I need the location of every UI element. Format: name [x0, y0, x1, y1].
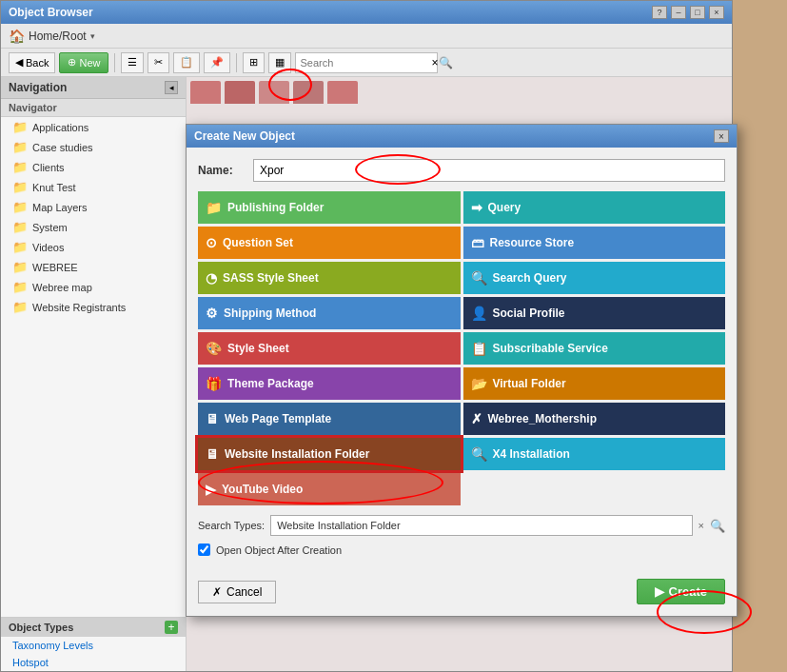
sidebar-item-hotspot[interactable]: Hotspot [1, 654, 186, 671]
obj-type-question-set[interactable]: ⊙ Question Set [198, 227, 461, 259]
search-types-input[interactable] [270, 515, 692, 536]
folder-icon: 📁 [12, 260, 28, 274]
sidebar-item-clients[interactable]: 📁 Clients [1, 157, 186, 177]
search-bar[interactable]: × 🔍 [295, 52, 438, 73]
obj-type-theme-package[interactable]: 🎁 Theme Package [198, 367, 461, 400]
content-tab-5[interactable] [327, 81, 358, 104]
new-label: New [79, 57, 100, 69]
obj-type-sass-stylesheet[interactable]: ◔ SASS Style Sheet [198, 262, 461, 294]
name-input[interactable] [253, 159, 725, 182]
obj-type-youtube-video[interactable]: ▶ YouTube Video [198, 473, 461, 505]
add-object-type-button[interactable]: + [165, 621, 178, 634]
obj-type-virtual-folder[interactable]: 📂 Virtual Folder [463, 367, 726, 400]
folder-icon: 📁 [12, 220, 28, 234]
open-after-creation-row: Open Object After Creation [198, 544, 725, 556]
list-icon: ☰ [128, 56, 137, 69]
navigation-header: Navigation ◂ [1, 77, 186, 99]
table-icon: ▦ [275, 56, 285, 69]
back-button[interactable]: ◀ Back [9, 52, 55, 73]
obj-type-label: Question Set [223, 236, 293, 249]
social-icon: 👤 [471, 306, 487, 321]
search-types-row: Search Types: × 🔍 [198, 515, 725, 536]
obj-type-publishing-folder[interactable]: 📁 Publishing Folder [198, 191, 461, 224]
virtual-folder-icon: 📂 [471, 376, 487, 391]
nav-item-label: WEBREE [32, 262, 78, 273]
obj-type-query[interactable]: ➡ Query [463, 191, 726, 224]
table-view-button[interactable]: ▦ [268, 52, 291, 73]
obj-type-webree-mothership[interactable]: ✗ Webree_Mothership [463, 403, 726, 435]
obj-type-web-page-template[interactable]: 🖥 Web Page Template [198, 403, 461, 435]
sidebar-item-applications[interactable]: 📁 Applications [1, 117, 186, 137]
cut-button[interactable]: ✂ [148, 52, 169, 73]
min-button[interactable]: – [671, 6, 686, 19]
paste-button[interactable]: 📌 [204, 52, 230, 73]
content-tab-1[interactable] [190, 81, 221, 104]
youtube-icon: ▶ [206, 482, 216, 497]
dialog-footer: ✗ Cancel ▶ Create [187, 579, 737, 616]
resource-store-icon: 🗃 [471, 235, 484, 250]
folder-icon: 📁 [12, 240, 28, 254]
object-type-grid: 📁 Publishing Folder ➡ Query ⊙ Question S… [198, 191, 725, 505]
folder-icon: 📁 [12, 300, 28, 314]
search-input[interactable] [300, 57, 431, 69]
navigation-title: Navigation [9, 81, 67, 94]
sidebar-item-knut-test[interactable]: 📁 Knut Test [1, 177, 186, 197]
nav-item-label: Applications [32, 122, 89, 133]
title-bar: Object Browser ? – □ × [1, 1, 732, 24]
toolbar-separator-2 [236, 53, 237, 72]
open-after-creation-checkbox[interactable] [198, 544, 210, 556]
sidebar-item-webree-map[interactable]: 📁 Webree map [1, 277, 186, 297]
obj-type-subscribable-service[interactable]: 📋 Subscribable Service [463, 332, 726, 365]
obj-type-social-profile[interactable]: 👤 Social Profile [463, 297, 726, 329]
folder-icon: 📁 [12, 280, 28, 294]
obj-type-style-sheet[interactable]: 🎨 Style Sheet [198, 332, 461, 365]
search-types-search-icon[interactable]: 🔍 [710, 519, 725, 533]
nav-item-label: Videos [32, 242, 64, 253]
website-install-icon: 🖥 [206, 446, 219, 462]
sidebar-item-system[interactable]: 📁 System [1, 217, 186, 237]
max-button[interactable]: □ [690, 6, 705, 19]
sidebar-item-website-registrants[interactable]: 📁 Website Registrants [1, 297, 186, 317]
web-template-icon: 🖥 [206, 411, 219, 426]
content-tab-2[interactable] [225, 81, 255, 104]
list-view-button[interactable]: ☰ [121, 52, 144, 73]
grid-view-button[interactable]: ⊞ [243, 52, 265, 73]
question-set-icon: ⊙ [206, 235, 217, 250]
sidebar-collapse-button[interactable]: ◂ [165, 81, 178, 94]
home-icon: 🏠 [9, 29, 25, 44]
sidebar-item-webree[interactable]: 📁 WEBREE [1, 257, 186, 277]
obj-type-shipping-method[interactable]: ⚙ Shipping Method [198, 297, 461, 329]
help-button[interactable]: ? [652, 6, 667, 19]
copy-button[interactable]: 📋 [173, 52, 200, 73]
obj-type-website-installation-folder[interactable]: 🖥 Website Installation Folder [198, 438, 461, 470]
folder-icon: 📁 [12, 180, 28, 194]
obj-type-label: Theme Package [227, 377, 314, 390]
create-button[interactable]: ▶ Create [637, 579, 725, 604]
content-tab-4[interactable] [293, 81, 324, 104]
name-row: Name: [198, 159, 725, 182]
sass-icon: ◔ [206, 270, 217, 286]
obj-type-search-query[interactable]: 🔍 Search Query [463, 262, 726, 294]
back-icon: ◀ [15, 56, 23, 69]
name-label: Name: [198, 164, 246, 177]
search-icon[interactable]: 🔍 [439, 56, 453, 69]
close-button[interactable]: × [709, 6, 724, 19]
sidebar-item-case-studies[interactable]: 📁 Case studies [1, 137, 186, 157]
search-clear-icon[interactable]: × [431, 56, 438, 69]
dialog-close-button[interactable]: × [714, 129, 729, 143]
sidebar-item-taxonomy[interactable]: Taxonomy Levels [1, 637, 186, 654]
obj-type-label: Subscribable Service [493, 342, 608, 355]
home-label[interactable]: Home/Root [29, 30, 87, 43]
new-button[interactable]: ⊕ New [59, 52, 108, 73]
dialog-body: Name: 📁 Publishing Folder ➡ Query ⊙ Ques… [187, 148, 737, 579]
sidebar-item-videos[interactable]: 📁 Videos [1, 237, 186, 257]
sidebar-item-map-layers[interactable]: 📁 Map Layers [1, 197, 186, 217]
obj-type-x4-installation[interactable]: 🔍 X4 Installation [463, 438, 726, 470]
obj-type-resource-store[interactable]: 🗃 Resource Store [463, 227, 726, 259]
content-tab-3[interactable] [259, 81, 289, 104]
folder-icon: 📁 [12, 140, 28, 154]
cancel-button[interactable]: ✗ Cancel [198, 581, 276, 603]
search-types-clear-icon[interactable]: × [698, 520, 704, 531]
obj-type-label: Website Installation Folder [225, 447, 369, 461]
window-controls: ? – □ × [652, 6, 724, 19]
